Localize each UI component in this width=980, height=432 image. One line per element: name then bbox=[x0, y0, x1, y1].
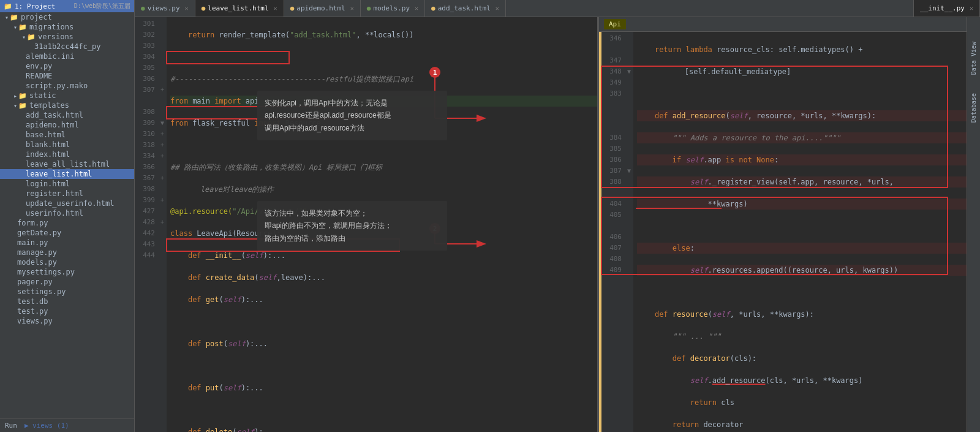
tree-label-apidemo: apidemo.html bbox=[26, 121, 79, 129]
tree-label-alembic: alembic.ini bbox=[26, 52, 74, 61]
sidebar-item-readme[interactable]: README bbox=[0, 71, 134, 81]
left-code-area: 301 302 303 304 305 306 307 308 309 310 … bbox=[135, 17, 597, 432]
tab-leave-list-label: leave_list.html bbox=[208, 4, 268, 12]
right-code-content[interactable]: return lambda resource_cls: self.mediaty… bbox=[633, 32, 967, 432]
code-line-367: def post(self):... bbox=[170, 338, 597, 349]
tree-arrow-static: ▸ bbox=[13, 93, 17, 99]
sidebar-path: D:\web阶段\第五届 bbox=[74, 2, 130, 10]
tab-add-task[interactable]: ● add_task.html ✕ bbox=[425, 0, 506, 17]
tree-label-add_task: add_task.html bbox=[26, 111, 83, 119]
sidebar-item-static[interactable]: ▸ 📁static bbox=[0, 91, 134, 100]
sidebar-item-migration-file[interactable]: 31a1b2cc44fc_py bbox=[0, 42, 134, 51]
code-line-428: def delete(self):... bbox=[170, 426, 597, 432]
tree-label-pager: pager.py bbox=[17, 278, 53, 286]
sidebar-item-migrations[interactable]: ▾ 📁migrations bbox=[0, 22, 134, 32]
tab-init-label: __init__.py bbox=[920, 4, 965, 12]
sidebar: 📁 1: Project D:\web阶段\第五届 ▾ 📁project▾ 📁m… bbox=[0, 0, 135, 432]
tree-label-leave_list: leave_list.html bbox=[26, 170, 92, 178]
tree-label-update_userinfo: update_userinfo.html bbox=[26, 199, 115, 208]
vtab-data-view[interactable]: Data View bbox=[970, 42, 977, 75]
editors-split: 301 302 303 304 305 306 307 308 309 310 … bbox=[135, 17, 980, 432]
left-line-numbers: 301 302 303 304 305 306 307 308 309 310 … bbox=[135, 17, 158, 432]
sidebar-item-base[interactable]: base.html bbox=[0, 130, 134, 140]
sidebar-item-views[interactable]: views.py bbox=[0, 316, 134, 326]
sidebar-item-testpy[interactable]: test.py bbox=[0, 306, 134, 316]
vtab-database[interactable]: Database bbox=[970, 93, 977, 123]
sidebar-item-blank[interactable]: blank.html bbox=[0, 140, 134, 150]
right-code-385: self.resources.append((resource, urls, k… bbox=[637, 265, 967, 276]
tab-models-label: models.py bbox=[373, 4, 410, 12]
sidebar-item-env[interactable]: env.py bbox=[0, 61, 134, 71]
sidebar-item-login[interactable]: login.html bbox=[0, 179, 134, 189]
right-code-383b: self._register_view(self.app, resource, … bbox=[637, 176, 967, 188]
tab-apidemo-close[interactable]: ✕ bbox=[350, 5, 354, 12]
tab-views-close[interactable]: ✕ bbox=[185, 5, 189, 12]
annotation-1-text: 实例化api，调用Api中的方法；无论是api.resource还是api.ad… bbox=[265, 99, 391, 132]
sidebar-item-apidemo[interactable]: apidemo.html bbox=[0, 120, 134, 130]
views-tab[interactable]: ▶ views (1) bbox=[24, 422, 69, 430]
tab-add-task-close[interactable]: ✕ bbox=[496, 5, 499, 12]
sidebar-item-manage[interactable]: manage.py bbox=[0, 248, 134, 257]
sidebar-item-project[interactable]: ▾ 📁project bbox=[0, 12, 134, 22]
bottom-strip: Run ▶ views (1) bbox=[0, 419, 134, 432]
sidebar-item-register[interactable]: register.html bbox=[0, 189, 134, 199]
tree-label-leave_all: leave_all_list.html bbox=[26, 160, 110, 169]
right-code-405b: return decorator bbox=[637, 419, 967, 430]
sidebar-item-settings[interactable]: settings.py bbox=[0, 287, 134, 297]
tab-apidemo[interactable]: ● apidemo.html ✕ bbox=[284, 0, 361, 17]
folder-icon: 📁 bbox=[4, 2, 12, 10]
right-code-405: return cls bbox=[637, 397, 967, 408]
sidebar-item-templates[interactable]: ▾ 📁templates bbox=[0, 100, 134, 110]
editor-area: ● views.py ✕ ● leave_list.html ✕ ● apide… bbox=[135, 0, 980, 432]
code-line-310: def __init__(self):... bbox=[170, 250, 597, 261]
tab-leave-list-close[interactable]: ✕ bbox=[274, 5, 277, 12]
tab-views[interactable]: ● views.py ✕ bbox=[135, 0, 195, 17]
sidebar-item-alembic[interactable]: alembic.ini bbox=[0, 51, 134, 61]
sidebar-item-index[interactable]: index.html bbox=[0, 150, 134, 159]
annotation-2-text: 该方法中，如果类对象不为空；即api的路由不为空，就调用自身方法；路由为空的话，… bbox=[265, 209, 392, 243]
sidebar-item-testdb[interactable]: test.db bbox=[0, 297, 134, 306]
sidebar-item-models[interactable]: models.py bbox=[0, 257, 134, 267]
right-editor-tabs: __init__.py ✕ bbox=[913, 0, 980, 17]
html-icon: ● bbox=[202, 4, 206, 12]
sidebar-item-getDate[interactable]: getDate.py bbox=[0, 228, 134, 238]
tree-label-settings: settings.py bbox=[17, 287, 66, 296]
sidebar-item-main[interactable]: main.py bbox=[0, 238, 134, 248]
tree-label-index: index.html bbox=[26, 150, 70, 159]
tab-init[interactable]: __init__.py ✕ bbox=[914, 0, 980, 17]
annotation-box-2: 该方法中，如果类对象不为空；即api的路由不为空，就调用自身方法；路由为空的话，… bbox=[257, 201, 447, 251]
sidebar-item-pager[interactable]: pager.py bbox=[0, 277, 134, 287]
sidebar-header: 📁 1: Project D:\web阶段\第五届 bbox=[0, 0, 134, 12]
right-code-347 bbox=[637, 88, 967, 99]
tree-label-script: script.py.mako bbox=[26, 81, 88, 90]
run-tab[interactable]: Run bbox=[5, 422, 17, 430]
tab-init-close[interactable]: ✕ bbox=[970, 5, 973, 12]
sidebar-item-mysettings[interactable]: mysettings.py bbox=[0, 267, 134, 277]
sidebar-item-leave_list[interactable]: leave_list.html bbox=[0, 169, 134, 179]
sidebar-item-userinfo[interactable]: userinfo.html bbox=[0, 208, 134, 218]
left-editor-panel: 301 302 303 304 305 306 307 308 309 310 … bbox=[135, 17, 599, 432]
right-vertical-tabs: Data View Database bbox=[967, 17, 980, 432]
tree-icon-static: 📁 bbox=[18, 92, 27, 100]
tree-label-login: login.html bbox=[26, 180, 70, 188]
sidebar-item-update_userinfo[interactable]: update_userinfo.html bbox=[0, 199, 134, 208]
tab-models-close[interactable]: ✕ bbox=[415, 5, 418, 12]
right-code-area: 346 347 348 349 383 384 385 386 387 bbox=[599, 32, 967, 432]
sidebar-item-versions[interactable]: ▾ 📁versions bbox=[0, 32, 134, 42]
right-fold-gutter: ▼ ▼ bbox=[625, 32, 633, 432]
tree-label-testpy: test.py bbox=[17, 307, 48, 316]
code-line-334: def get(self):... bbox=[170, 294, 597, 305]
right-code-346: return lambda resource_cls: self.mediaty… bbox=[637, 44, 967, 55]
tab-leave-list[interactable]: ● leave_list.html ✕ bbox=[195, 0, 284, 17]
tree-label-models: models.py bbox=[17, 258, 57, 267]
right-code-386 bbox=[637, 287, 967, 298]
tabs-bar: ● views.py ✕ ● leave_list.html ✕ ● apide… bbox=[135, 0, 980, 17]
tab-models[interactable]: ● models.py ✕ bbox=[361, 0, 425, 17]
sidebar-item-leave_all[interactable]: leave_all_list.html bbox=[0, 159, 134, 169]
sidebar-item-add_task[interactable]: add_task.html bbox=[0, 110, 134, 120]
tree-label-env: env.py bbox=[26, 62, 52, 70]
right-code-388: """ ... """ bbox=[637, 331, 967, 342]
sidebar-item-form[interactable]: form.py bbox=[0, 218, 134, 228]
tree-label-main: main.py bbox=[17, 238, 48, 247]
sidebar-item-script[interactable]: script.py.mako bbox=[0, 81, 134, 91]
